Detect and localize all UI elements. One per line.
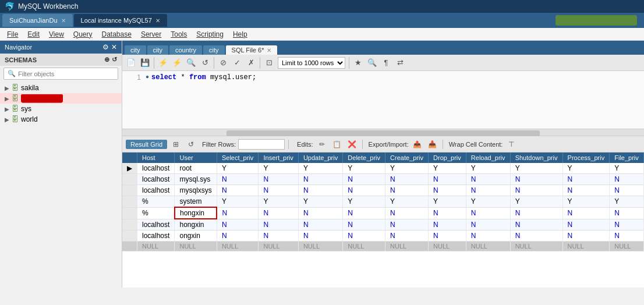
menu-database[interactable]: Database	[97, 29, 136, 40]
table-cell[interactable]: N	[385, 174, 429, 185]
table-cell[interactable]: hongxin	[175, 219, 217, 230]
table-cell[interactable]: N	[217, 185, 259, 196]
table-cell[interactable]: Y	[466, 196, 510, 208]
table-cell[interactable]: Y	[385, 196, 429, 208]
table-cell[interactable]: Y	[562, 196, 610, 208]
table-row[interactable]: localhosthongxinNNNNNNNNNN	[122, 219, 644, 230]
table-cell[interactable]: N	[385, 230, 429, 242]
table-cell[interactable]: Y	[385, 163, 429, 174]
tab-localinstance[interactable]: Local instance MySQL57 ✕	[74, 14, 167, 27]
table-cell[interactable]: N	[343, 174, 385, 185]
table-cell[interactable]: N	[466, 230, 510, 242]
table-cell[interactable]: ongxin	[175, 230, 217, 242]
table-cell[interactable]: N	[510, 185, 562, 196]
help-button[interactable]: ⇄	[394, 56, 406, 69]
table-cell[interactable]: Y	[510, 163, 562, 174]
table-cell[interactable]: N	[610, 219, 644, 230]
table-cell[interactable]: hongxin	[175, 207, 217, 219]
save-button[interactable]: 💾	[139, 56, 151, 69]
table-cell[interactable]: N	[298, 185, 342, 196]
sql-code[interactable]: select * from mysql.user;	[151, 73, 256, 81]
table-cell[interactable]: Y	[510, 196, 562, 208]
import-icon[interactable]: 📥	[426, 138, 439, 151]
table-cell[interactable]: root	[175, 163, 217, 174]
menu-tools[interactable]: Tools	[166, 29, 192, 40]
format-button[interactable]: ⊡	[263, 56, 275, 69]
table-cell[interactable]: N	[466, 219, 510, 230]
new-file-button[interactable]: 📄	[125, 56, 137, 69]
table-cell[interactable]: N	[610, 207, 644, 219]
table-cell[interactable]: N	[298, 219, 342, 230]
table-cell[interactable]: mysqlxsys	[175, 185, 217, 196]
table-cell[interactable]: N	[510, 230, 562, 242]
table-cell[interactable]: Y	[343, 196, 385, 208]
col-host[interactable]: Host	[137, 152, 175, 163]
table-cell[interactable]: N	[217, 219, 259, 230]
schemas-icon2[interactable]: ↺	[112, 56, 117, 63]
tab-close-icon[interactable]: ✕	[155, 17, 160, 24]
table-cell[interactable]: N	[343, 185, 385, 196]
col-file-priv[interactable]: File_priv	[610, 152, 644, 163]
table-cell[interactable]: N	[429, 230, 466, 242]
result-grid-icon1[interactable]: ⊞	[169, 138, 182, 151]
table-cell[interactable]: N	[385, 185, 429, 196]
nav-icon2[interactable]: ✕	[111, 43, 117, 51]
table-cell[interactable]: N	[562, 230, 610, 242]
menu-query[interactable]: Query	[69, 29, 97, 40]
table-row[interactable]: localhostmysqlxsysNNNNNNNNNN	[122, 185, 644, 196]
table-cell[interactable]: Y	[217, 163, 259, 174]
table-row[interactable]: localhostmysql.sysNNNNNNNNNN	[122, 174, 644, 185]
table-cell[interactable]: N	[562, 219, 610, 230]
schema-item-redacted[interactable]: ▶ 🗄 ████████	[0, 93, 122, 104]
table-cell[interactable]: N	[259, 174, 298, 185]
table-cell[interactable]: system	[175, 196, 217, 208]
tab-close-icon[interactable]: ✕	[61, 17, 66, 24]
table-cell[interactable]: N	[610, 174, 644, 185]
result-refresh-icon[interactable]: ↺	[185, 138, 197, 151]
table-cell[interactable]: Y	[298, 196, 342, 208]
sql-tab-close-icon[interactable]: ✕	[267, 47, 271, 54]
data-table-wrapper[interactable]: Host User Select_priv Insert_priv Update…	[122, 152, 644, 288]
rollback-button[interactable]: ✗	[245, 56, 257, 69]
edit-icon2[interactable]: 📋	[331, 138, 344, 151]
nav-icon1[interactable]: ⚙	[102, 43, 109, 51]
schema-item-world[interactable]: ▶ 🗄 world	[0, 114, 122, 125]
table-cell[interactable]: Y	[298, 163, 342, 174]
col-shutdown-priv[interactable]: Shutdown_priv	[510, 152, 562, 163]
table-cell[interactable]: N	[385, 207, 429, 219]
table-cell[interactable]: N	[259, 207, 298, 219]
table-cell[interactable]: Y	[429, 196, 466, 208]
toggle-button[interactable]: ⊘	[217, 56, 229, 69]
table-cell[interactable]: Y	[343, 163, 385, 174]
menu-help[interactable]: Help	[228, 29, 252, 40]
filter-rows-input[interactable]	[238, 139, 285, 150]
table-cell[interactable]: localhost	[137, 174, 175, 185]
schema-item-sys[interactable]: ▶ 🗄 sys	[0, 104, 122, 114]
table-cell[interactable]: %	[137, 207, 175, 219]
table-cell[interactable]: Y	[562, 163, 610, 174]
col-process-priv[interactable]: Process_priv	[562, 152, 610, 163]
table-cell[interactable]: localhost	[137, 163, 175, 174]
table-cell[interactable]: N	[259, 230, 298, 242]
table-cell[interactable]: N	[343, 230, 385, 242]
sql-tab-city2[interactable]: city	[147, 45, 169, 55]
col-update-priv[interactable]: Update_priv	[298, 152, 342, 163]
table-cell[interactable]: N	[429, 219, 466, 230]
table-cell[interactable]: N	[562, 185, 610, 196]
table-cell[interactable]: N	[217, 174, 259, 185]
schema-item-sakila[interactable]: ▶ 🗄 sakila	[0, 83, 122, 93]
sql-tab-city1[interactable]: city	[125, 45, 146, 55]
table-cell[interactable]: Y	[259, 196, 298, 208]
bookmark-button[interactable]: ★	[352, 56, 365, 69]
horizontal-scrollbar[interactable]	[122, 129, 644, 136]
table-cell[interactable]: N	[466, 207, 510, 219]
col-drop-priv[interactable]: Drop_priv	[429, 152, 466, 163]
execute-current-button[interactable]: ⚡	[171, 56, 183, 69]
search-button[interactable]: 🔍	[366, 56, 378, 69]
menu-file[interactable]: File	[2, 29, 23, 40]
sql-tab-country[interactable]: country	[169, 45, 202, 55]
table-cell[interactable]: Y	[217, 196, 259, 208]
table-cell[interactable]: N	[259, 219, 298, 230]
table-cell[interactable]: N	[610, 185, 644, 196]
table-cell[interactable]: Y	[466, 163, 510, 174]
